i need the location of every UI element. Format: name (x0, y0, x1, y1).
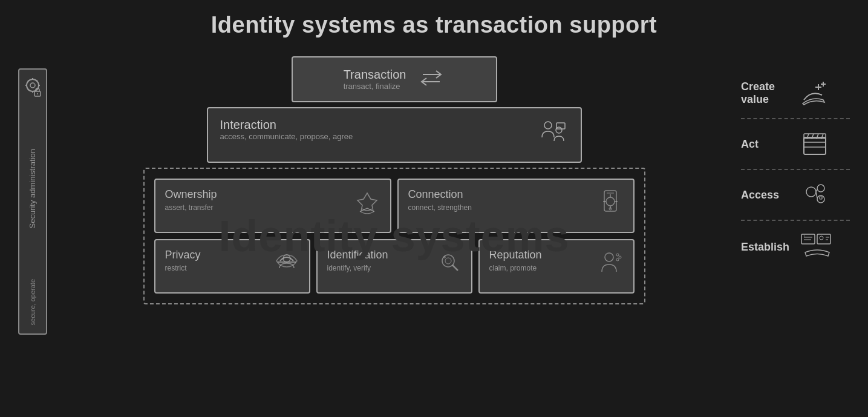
connection-subtitle: connect, strengthen (408, 203, 472, 212)
identity-systems-box: Identity systems Ownership assert, trans… (143, 168, 645, 304)
interaction-box: Interaction access, communicate, propose… (207, 107, 582, 163)
page-title: Identity systems as transaction support (211, 12, 657, 38)
svg-point-1 (30, 83, 35, 88)
establish-label: Establish (741, 241, 789, 254)
svg-rect-46 (820, 197, 822, 199)
identification-box: Identification identify, verify (316, 239, 472, 294)
transaction-box: Transaction transact, finalize (292, 56, 497, 102)
right-item-create-value: Createvalue (741, 68, 850, 119)
establish-icon: i (799, 231, 835, 263)
ownership-box: Ownership assert, transfer (154, 179, 391, 233)
identification-subtitle: identify, verify (327, 264, 388, 272)
svg-text:i: i (804, 234, 804, 237)
connection-icon (597, 188, 624, 217)
svg-point-18 (606, 197, 615, 206)
reputation-box: Reputation claim, promote (478, 239, 635, 294)
interaction-title: Interaction (220, 118, 353, 132)
transaction-title: Transaction (344, 68, 406, 82)
right-item-act: Act (741, 119, 850, 170)
act-label: Act (741, 138, 789, 151)
security-label: Security administration (27, 149, 38, 231)
svg-point-28 (616, 258, 619, 261)
create-value-label: Createvalue (741, 80, 789, 106)
ownership-subtitle: assert, transfer (165, 203, 217, 212)
interaction-subtitle: access, communicate, propose, agree (220, 132, 353, 141)
reputation-icon (597, 249, 624, 277)
svg-line-23 (452, 265, 458, 271)
transaction-icon (418, 67, 445, 91)
privacy-subtitle: restrict (165, 264, 201, 272)
ownership-icon (354, 188, 380, 217)
svg-point-27 (619, 256, 621, 258)
svg-rect-51 (817, 234, 830, 244)
svg-point-12 (544, 122, 552, 129)
svg-point-25 (605, 253, 613, 261)
right-sidebar: Createvalue Act (741, 68, 850, 273)
act-icon (799, 129, 830, 159)
svg-line-44 (816, 189, 817, 192)
svg-line-6 (28, 80, 29, 82)
svg-line-8 (37, 80, 38, 82)
svg-point-11 (37, 93, 38, 94)
gear-lock-icon (21, 76, 44, 101)
svg-line-9 (28, 90, 29, 91)
svg-point-22 (445, 258, 451, 264)
right-item-access: Access (741, 170, 850, 221)
ownership-title: Ownership (165, 188, 217, 201)
identification-title: Identification (327, 249, 388, 261)
diagram-area: Transaction transact, finalize Interacti… (53, 56, 735, 304)
svg-point-41 (806, 187, 816, 197)
security-sublabel: secure, operate (29, 279, 36, 327)
svg-point-24 (443, 256, 446, 258)
svg-point-52 (820, 236, 823, 240)
access-label: Access (741, 189, 789, 202)
reputation-title: Reputation (489, 249, 542, 261)
create-value-icon (799, 78, 830, 108)
connection-box: Connection connect, strengthen (397, 179, 635, 233)
security-sidebar: Security administration secure, operate (18, 68, 47, 335)
transaction-subtitle: transact, finalize (344, 82, 406, 91)
connection-title: Connection (408, 188, 472, 201)
svg-point-42 (817, 185, 824, 192)
interaction-icon (537, 118, 569, 147)
reputation-subtitle: claim, promote (489, 264, 542, 272)
access-icon (799, 180, 830, 210)
svg-line-7 (37, 90, 38, 91)
svg-line-45 (816, 192, 817, 198)
privacy-title: Privacy (165, 249, 201, 261)
main-content: Security administration secure, operate … (0, 56, 868, 335)
identification-icon (436, 249, 462, 277)
svg-point-19 (283, 255, 290, 262)
privacy-box: Privacy restrict (154, 239, 310, 294)
right-item-establish: Establish i (741, 221, 850, 273)
privacy-icon (274, 249, 299, 275)
svg-rect-33 (804, 137, 826, 154)
svg-point-26 (616, 254, 619, 256)
